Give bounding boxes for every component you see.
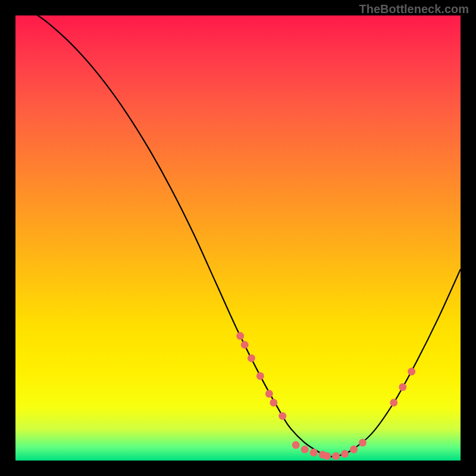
bottleneck-curve-line [15,15,461,456]
curve-marker [292,441,300,449]
curve-marker [323,452,331,460]
curve-marker [399,383,406,391]
chart-svg [15,15,461,461]
curve-marker [390,399,397,406]
curve-marker [359,439,367,447]
curve-marker [341,450,349,458]
watermark-text: TheBottleneck.com [359,2,469,16]
curve-marker [310,449,318,456]
curve-marker [278,412,286,420]
curve-marker [270,399,277,406]
curve-marker [256,372,264,380]
curve-marker [350,446,358,453]
curve-marker [236,332,244,340]
chart-plot-area [15,15,461,461]
curve-marker [408,368,415,375]
curve-marker [241,341,249,349]
curve-marker [332,452,340,460]
curve-marker [248,354,255,362]
curve-marker [265,390,273,397]
curve-marker [301,446,309,453]
curve-markers [236,332,415,460]
